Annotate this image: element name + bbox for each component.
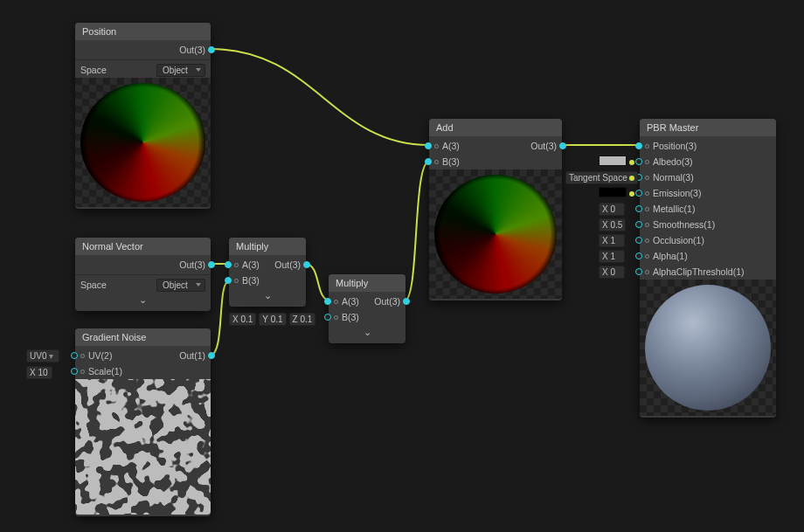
preview-gradient-noise <box>75 379 211 515</box>
default-alphaclip-chip[interactable]: X 0 <box>599 266 625 279</box>
default-tangent-space-chip[interactable]: Tangent Space ▾ <box>565 171 638 184</box>
port-label-occlusion: Occlusion(1) <box>653 235 704 245</box>
port-in-b[interactable] <box>324 314 331 321</box>
node-title[interactable]: Normal Vector <box>75 238 211 255</box>
port-in-alphaclip[interactable] <box>635 268 642 275</box>
port-out[interactable] <box>559 142 566 149</box>
default-x-chip[interactable]: X 0.1 <box>229 313 256 326</box>
node-pbr-master[interactable]: PBR Master Position(3) Albedo(3) Normal(… <box>640 119 776 418</box>
field-label-space: Space <box>80 65 107 75</box>
node-title[interactable]: Multiply <box>229 238 306 255</box>
port-in[interactable] <box>434 160 439 164</box>
default-albedo-swatch[interactable] <box>599 155 627 166</box>
node-title[interactable]: Gradient Noise <box>75 328 211 346</box>
port-label-out: Out(1) <box>179 350 205 361</box>
port-in[interactable] <box>645 176 649 180</box>
chevron-down-icon: ⌄ <box>364 327 371 337</box>
port-in-b[interactable] <box>225 277 232 284</box>
port-out[interactable] <box>208 261 215 268</box>
default-alpha-chip[interactable]: X 1 <box>599 250 625 263</box>
port-in[interactable] <box>645 270 649 274</box>
port-label-out: Out(3) <box>179 259 205 270</box>
multiply1-default-vector: X 0.1 Y 0.1 Z 0.1 <box>229 313 315 326</box>
port-in[interactable] <box>645 144 649 149</box>
port-in[interactable] <box>645 191 649 196</box>
port-label-out: Out(3) <box>374 296 400 307</box>
port-in[interactable] <box>645 207 649 211</box>
port-in-b[interactable] <box>425 158 432 165</box>
node-add[interactable]: Add A(3) Out(3) B(3) <box>429 119 562 301</box>
link-dot <box>629 160 634 165</box>
port-in[interactable] <box>645 254 649 259</box>
port-label-smoothness: Smoothness(1) <box>653 219 715 230</box>
port-in-metallic[interactable] <box>635 205 642 212</box>
node-gradient-noise[interactable]: Gradient Noise UV(2) Out(1) Scale(1) <box>75 328 211 516</box>
node-multiply-1[interactable]: Multiply A(3) Out(3) B(3) ⌄ <box>229 238 306 307</box>
port-in[interactable] <box>645 223 649 227</box>
default-emission-swatch[interactable] <box>599 187 627 197</box>
port-in-albedo[interactable] <box>635 158 642 165</box>
node-multiply-2[interactable]: Multiply A(3) Out(3) B(3) ⌄ <box>329 274 405 343</box>
dropdown-space[interactable]: Object <box>156 279 205 292</box>
preview-pbr-master <box>640 280 776 416</box>
port-label-a: A(3) <box>342 296 359 307</box>
port-label-albedo: Albedo(3) <box>653 156 693 167</box>
node-normal-vector[interactable]: Normal Vector Out(3) Space Object ⌄ <box>75 238 211 311</box>
port-out[interactable] <box>208 46 215 53</box>
port-in-position[interactable] <box>635 142 642 149</box>
port-label-b: B(3) <box>442 156 460 167</box>
default-smoothness-chip[interactable]: X 0.5 <box>599 218 626 231</box>
port-in[interactable] <box>334 315 338 320</box>
node-title[interactable]: Add <box>429 119 562 136</box>
port-out[interactable] <box>403 298 410 305</box>
node-title[interactable]: Position <box>75 23 211 40</box>
port-out[interactable] <box>208 352 215 359</box>
port-in[interactable] <box>80 354 85 358</box>
port-label-alpha: Alpha(1) <box>653 251 688 261</box>
default-occlusion-chip[interactable]: X 1 <box>599 234 625 247</box>
port-in-dot[interactable] <box>71 368 78 375</box>
node-title[interactable]: PBR Master <box>640 119 776 136</box>
port-in-alpha[interactable] <box>635 252 642 259</box>
port-label-metallic: Metallic(1) <box>653 204 695 214</box>
default-scale-chip[interactable]: X 10 <box>26 366 52 379</box>
port-in[interactable] <box>234 263 239 267</box>
port-in[interactable] <box>645 238 649 243</box>
node-title[interactable]: Multiply <box>329 274 405 292</box>
default-z-chip[interactable]: Z 0.1 <box>289 313 316 326</box>
port-label-a: A(3) <box>242 259 260 270</box>
port-in-dot[interactable] <box>71 352 78 359</box>
port-label-normal: Normal(3) <box>653 172 694 183</box>
port-label-position: Position(3) <box>653 141 697 151</box>
port-label-b: B(3) <box>342 312 359 322</box>
port-in[interactable] <box>334 300 338 304</box>
port-in-smoothness[interactable] <box>635 221 642 228</box>
port-in[interactable] <box>645 160 649 164</box>
svg-rect-0 <box>75 379 211 515</box>
expand-toggle[interactable]: ⌄ <box>75 293 211 309</box>
default-uv-chip[interactable]: UV0 ▾ <box>26 349 59 363</box>
link-dot <box>629 176 634 181</box>
port-in-occlusion[interactable] <box>635 237 642 244</box>
node-position[interactable]: Position Out(3) Space Object <box>75 23 211 209</box>
port-label-scale: Scale(1) <box>88 366 122 377</box>
port-in-a[interactable] <box>425 142 432 149</box>
expand-toggle[interactable]: ⌄ <box>329 325 405 342</box>
chevron-down-icon: ⌄ <box>264 290 272 301</box>
port-in[interactable] <box>234 279 239 283</box>
port-in[interactable] <box>80 370 85 374</box>
port-label-alphaclip: AlphaClipThreshold(1) <box>653 266 744 277</box>
port-label-uv: UV(2) <box>88 350 112 361</box>
default-metallic-chip[interactable]: X 0 <box>599 203 625 216</box>
port-out[interactable] <box>303 261 310 268</box>
expand-toggle[interactable]: ⌄ <box>229 288 306 305</box>
port-in-a[interactable] <box>225 261 232 268</box>
port-label-out: Out(3) <box>179 45 205 55</box>
port-label-emission: Emission(3) <box>653 188 701 198</box>
default-y-chip[interactable]: Y 0.1 <box>259 313 286 326</box>
dropdown-space[interactable]: Object <box>156 64 205 77</box>
port-in-emission[interactable] <box>635 190 642 197</box>
port-in[interactable] <box>434 144 439 149</box>
port-in-a[interactable] <box>324 298 331 305</box>
port-label-out: Out(3) <box>274 259 301 270</box>
